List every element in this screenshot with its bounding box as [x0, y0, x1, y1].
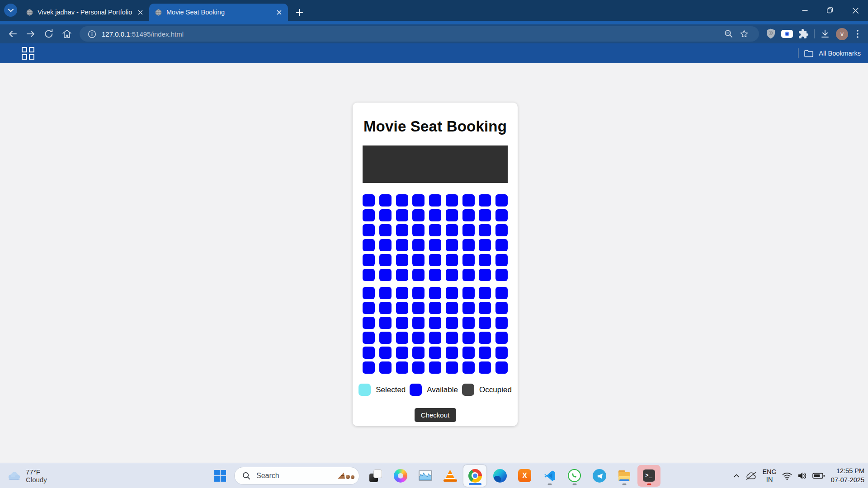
- seat[interactable]: [363, 287, 375, 299]
- seat[interactable]: [446, 332, 458, 344]
- seat[interactable]: [446, 347, 458, 359]
- seat[interactable]: [479, 332, 491, 344]
- seat[interactable]: [363, 361, 375, 374]
- restore-button[interactable]: [817, 0, 843, 21]
- clock-widget[interactable]: 12:55 PM 07-07-2025: [831, 467, 864, 484]
- seat[interactable]: [379, 209, 392, 221]
- seat[interactable]: [396, 269, 408, 281]
- seat[interactable]: [363, 254, 375, 266]
- seat[interactable]: [412, 269, 425, 281]
- seat[interactable]: [429, 194, 441, 206]
- seat[interactable]: [379, 332, 392, 344]
- seat[interactable]: [363, 224, 375, 236]
- battery-icon[interactable]: [812, 472, 825, 479]
- taskbar-search-box[interactable]: Search: [234, 467, 359, 485]
- seat[interactable]: [429, 361, 441, 374]
- wifi-icon[interactable]: [782, 471, 793, 480]
- seat[interactable]: [429, 239, 441, 251]
- seat[interactable]: [495, 332, 508, 344]
- seat[interactable]: [495, 194, 508, 206]
- edge-button[interactable]: [488, 465, 511, 487]
- seat[interactable]: [479, 254, 491, 266]
- seat[interactable]: [412, 317, 425, 329]
- tab-movie-seat-booking[interactable]: Movie Seat Booking: [149, 4, 288, 21]
- seat[interactable]: [479, 347, 491, 359]
- xampp-button[interactable]: X: [513, 465, 536, 487]
- seat[interactable]: [462, 287, 475, 299]
- seat[interactable]: [363, 194, 375, 206]
- tab-close-icon[interactable]: [274, 8, 283, 17]
- seat[interactable]: [396, 317, 408, 329]
- weather-widget[interactable]: 77°F Cloudy: [6, 463, 47, 488]
- seat[interactable]: [495, 361, 508, 374]
- seat[interactable]: [363, 239, 375, 251]
- seat[interactable]: [379, 287, 392, 299]
- seat[interactable]: [446, 194, 458, 206]
- seat[interactable]: [429, 347, 441, 359]
- bookmark-star-icon[interactable]: [736, 27, 752, 41]
- seat[interactable]: [429, 224, 441, 236]
- seat[interactable]: [412, 209, 425, 221]
- site-info-icon[interactable]: [87, 27, 97, 41]
- seat[interactable]: [446, 302, 458, 314]
- seat[interactable]: [495, 347, 508, 359]
- address-bar[interactable]: 127.0.0.1:51495/index.html: [80, 26, 759, 42]
- seat[interactable]: [429, 254, 441, 266]
- seat[interactable]: [429, 317, 441, 329]
- menu-kebab-icon[interactable]: [851, 26, 864, 42]
- seat[interactable]: [479, 194, 491, 206]
- seat[interactable]: [462, 302, 475, 314]
- forward-button[interactable]: [22, 26, 40, 42]
- seat[interactable]: [379, 194, 392, 206]
- downloads-button[interactable]: [817, 26, 833, 42]
- seat[interactable]: [479, 302, 491, 314]
- seat[interactable]: [479, 361, 491, 374]
- seat[interactable]: [479, 287, 491, 299]
- seat[interactable]: [495, 254, 508, 266]
- screen-recorder-extension-icon[interactable]: [779, 26, 795, 42]
- extensions-puzzle-icon[interactable]: [795, 26, 811, 42]
- seat[interactable]: [446, 209, 458, 221]
- seat[interactable]: [446, 224, 458, 236]
- seat[interactable]: [396, 347, 408, 359]
- tab-close-icon[interactable]: [136, 8, 145, 17]
- vlc-button[interactable]: [439, 465, 462, 487]
- seat[interactable]: [412, 361, 425, 374]
- seat[interactable]: [462, 317, 475, 329]
- seat[interactable]: [396, 361, 408, 374]
- seat[interactable]: [379, 239, 392, 251]
- tab-portfolio[interactable]: Vivek jadhav - Personal Portfolio: [20, 4, 149, 21]
- vscode-button[interactable]: [538, 465, 561, 487]
- all-bookmarks[interactable]: All Bookmarks: [798, 48, 861, 58]
- seat[interactable]: [412, 302, 425, 314]
- adblock-shield-icon[interactable]: [763, 26, 779, 42]
- seat[interactable]: [412, 332, 425, 344]
- seat[interactable]: [462, 209, 475, 221]
- seat[interactable]: [479, 239, 491, 251]
- seat[interactable]: [495, 287, 508, 299]
- seat[interactable]: [495, 224, 508, 236]
- seat[interactable]: [363, 209, 375, 221]
- apps-grid-icon[interactable]: [22, 47, 34, 60]
- seat[interactable]: [379, 302, 392, 314]
- seat[interactable]: [412, 254, 425, 266]
- profile-avatar[interactable]: v: [836, 28, 848, 40]
- seat[interactable]: [429, 287, 441, 299]
- tray-chevron-up-icon[interactable]: [733, 474, 740, 478]
- seat[interactable]: [495, 269, 508, 281]
- seat[interactable]: [462, 361, 475, 374]
- whatsapp-button[interactable]: [563, 465, 586, 487]
- seat[interactable]: [462, 332, 475, 344]
- copilot-button[interactable]: [389, 465, 412, 487]
- seat[interactable]: [495, 239, 508, 251]
- seat[interactable]: [462, 254, 475, 266]
- new-tab-button[interactable]: [292, 5, 306, 19]
- seat[interactable]: [429, 332, 441, 344]
- seat[interactable]: [446, 361, 458, 374]
- seat[interactable]: [429, 302, 441, 314]
- seat[interactable]: [379, 347, 392, 359]
- seat[interactable]: [379, 317, 392, 329]
- tab-search-button[interactable]: [4, 4, 17, 17]
- seat[interactable]: [429, 209, 441, 221]
- seat[interactable]: [363, 317, 375, 329]
